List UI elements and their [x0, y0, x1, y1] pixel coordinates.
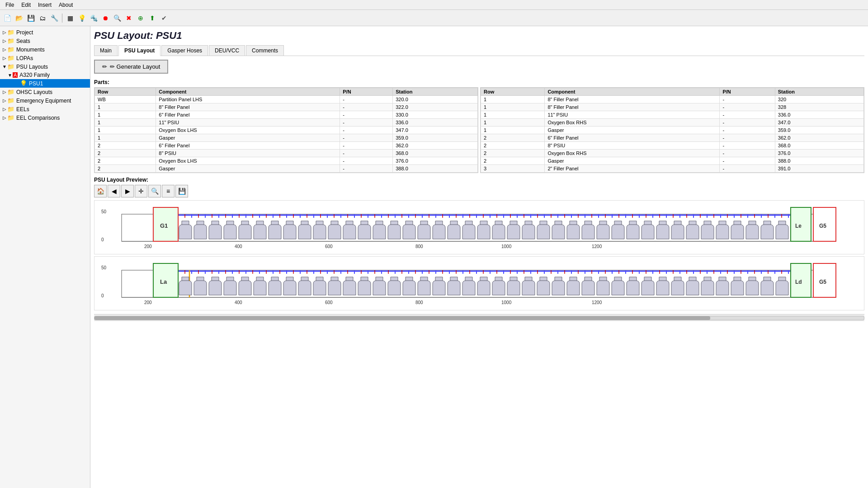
tab-deu-vcc[interactable]: DEU/VCC [209, 45, 245, 56]
toggle-eels[interactable]: ▷ [2, 107, 7, 112]
toolbar-save-all[interactable]: 🗂 [37, 13, 48, 23]
col-row-2: Row [481, 88, 545, 96]
sidebar-label-psu-layouts: PSU Layouts [16, 64, 48, 70]
svg-text:G1: G1 [160, 222, 168, 229]
svg-text:Ld: Ld [795, 279, 802, 285]
table-row[interactable]: 1Oxygen Box LHS-347.0 [95, 127, 478, 134]
tab-comments[interactable]: Comments [246, 45, 284, 56]
sidebar-label-eels: EELs [16, 106, 29, 113]
sidebar-item-eels[interactable]: ▷ 📁 EELs [0, 105, 90, 113]
toolbar-save[interactable]: 💾 [25, 13, 36, 23]
tab-bar: Main PSU Layout Gasper Hoses DEU/VCC Com… [94, 45, 864, 56]
toolbar-build[interactable]: 🔧 [49, 13, 60, 23]
toggle-psu-layouts[interactable]: ▼ [2, 64, 7, 69]
tab-psu-layout[interactable]: PSU Layout [118, 45, 160, 56]
svg-text:1000: 1000 [501, 244, 512, 249]
toggle-project[interactable]: ▷ [2, 30, 7, 35]
sidebar-item-project[interactable]: ▷ 📁 Project [0, 28, 90, 37]
folder-icon-psu: 📁 [7, 63, 14, 70]
sidebar-item-ohsc[interactable]: ▷ 📁 OHSC Layouts [0, 88, 90, 96]
table-row[interactable]: 1Oxygen Box RHS-347.0 [481, 119, 864, 127]
toolbar-record[interactable]: ⏺ [100, 13, 111, 23]
sidebar-item-lopas[interactable]: ▷ 📁 LOPAs [0, 54, 90, 62]
sidebar-label-seats: Seats [16, 38, 30, 44]
preview-move[interactable]: ✛ [135, 185, 147, 197]
table-row[interactable]: 1Gasper-359.0 [95, 134, 478, 142]
sidebar-item-eel-comp[interactable]: ▷ 📁 EEL Comparisons [0, 113, 90, 122]
table-row[interactable]: 26" Filler Panel-362.0 [481, 134, 864, 142]
layout-diagram-2: 50 0 La Ld G5 [94, 256, 864, 310]
preview-zoom[interactable]: 🔍 [148, 185, 161, 197]
folder-icon: 📁 [7, 29, 14, 36]
toolbar-open[interactable]: 📂 [14, 13, 24, 23]
toggle-monuments[interactable]: ▷ [2, 47, 7, 52]
svg-text:800: 800 [415, 244, 423, 249]
svg-text:La: La [160, 278, 167, 285]
toggle-lopas[interactable]: ▷ [2, 56, 7, 61]
preview-label: PSU Layout Preview: [94, 177, 864, 183]
sidebar-item-psu1[interactable]: 💡 PSU1 [0, 79, 90, 88]
table-row[interactable]: WBPartition Panel LHS-320.0 [95, 96, 478, 103]
toggle-a320[interactable]: ▼ [7, 73, 13, 78]
table-row[interactable]: 18" Filler Panel-328 [481, 103, 864, 111]
left-table: Row Component P/N Station WBPartition Pa… [94, 88, 478, 173]
table-row[interactable]: 1Gasper-359.0 [481, 127, 864, 134]
col-pn-2: P/N [720, 88, 775, 96]
svg-text:1000: 1000 [501, 300, 512, 305]
table-row[interactable]: 2Gasper-388.0 [95, 165, 478, 173]
toolbar-add[interactable]: ⊕ [135, 13, 146, 23]
table-row[interactable]: 32" Filler Panel-391.0 [481, 165, 864, 173]
sidebar-item-seats[interactable]: ▷ 📁 Seats [0, 37, 90, 45]
toolbar-new[interactable]: 📄 [2, 13, 13, 23]
toggle-emergency[interactable]: ▷ [2, 98, 7, 103]
sidebar-item-a320[interactable]: ▼ A A320 Family [0, 71, 90, 79]
parts-tables: Row Component P/N Station WBPartition Pa… [94, 87, 864, 173]
toolbar-close-x[interactable]: ✖ [123, 13, 134, 23]
generate-layout-label: ✏ Generate Layout [110, 63, 160, 70]
svg-text:G5: G5 [819, 279, 826, 285]
sidebar-label-ohsc: OHSC Layouts [16, 89, 52, 95]
sidebar-label-project: Project [16, 29, 33, 36]
menu-edit[interactable]: Edit [18, 1, 34, 9]
menu-file[interactable]: File [2, 1, 18, 9]
preview-settings[interactable]: ≡ [162, 185, 175, 197]
toolbar-check[interactable]: ✔ [159, 13, 170, 23]
table-row[interactable]: 26" Filler Panel-362.0 [95, 142, 478, 150]
table-row[interactable]: 28" PSIU-368.0 [481, 142, 864, 150]
table-row[interactable]: 18" Filler Panel-322.0 [95, 103, 478, 111]
toolbar-light[interactable]: 💡 [76, 13, 87, 23]
toolbar-separator-1 [62, 14, 62, 23]
toolbar-zoom[interactable]: 🔍 [112, 13, 123, 23]
folder-icon-lopas: 📁 [7, 55, 14, 61]
toolbar-component[interactable]: 🔩 [88, 13, 99, 23]
table-row[interactable]: 18" Filler Panel-320 [481, 96, 864, 103]
toggle-ohsc[interactable]: ▷ [2, 89, 7, 94]
table-row[interactable]: 2Oxygen Box RHS-376.0 [481, 150, 864, 157]
toolbar-layout[interactable]: ▦ [65, 13, 75, 23]
sidebar-item-psu-layouts[interactable]: ▼ 📁 PSU Layouts [0, 62, 90, 71]
toolbar-arrow-up[interactable]: ⬆ [147, 13, 158, 23]
preview-save[interactable]: 💾 [175, 185, 188, 197]
generate-layout-button[interactable]: ✏ ✏ Generate Layout [94, 60, 168, 74]
table-row[interactable]: 28" PSIU-368.0 [95, 150, 478, 157]
svg-text:Le: Le [795, 223, 802, 229]
preview-home[interactable]: 🏠 [94, 185, 107, 197]
table-row[interactable]: 2Gasper-388.0 [481, 157, 864, 165]
preview-forward[interactable]: ▶ [121, 185, 134, 197]
svg-text:1200: 1200 [592, 244, 602, 249]
toggle-eel-comp[interactable]: ▷ [2, 115, 7, 120]
menu-about[interactable]: About [55, 1, 76, 9]
table-row[interactable]: 111" PSIU-336.0 [481, 111, 864, 119]
sidebar-item-monuments[interactable]: ▷ 📁 Monuments [0, 45, 90, 54]
menu-insert[interactable]: Insert [34, 1, 55, 9]
main-content: PSU Layout: PSU1 Main PSU Layout Gasper … [90, 26, 868, 488]
toggle-seats[interactable]: ▷ [2, 38, 7, 43]
preview-back[interactable]: ◀ [108, 185, 120, 197]
table-row[interactable]: 16" Filler Panel-330.0 [95, 111, 478, 119]
tab-main[interactable]: Main [94, 45, 118, 56]
tab-gasper-hoses[interactable]: Gasper Hoses [161, 45, 208, 56]
table-row[interactable]: 2Oxygen Box LHS-376.0 [95, 157, 478, 165]
table-row[interactable]: 111" PSIU-336.0 [95, 119, 478, 127]
sidebar-item-emergency[interactable]: ▷ 📁 Emergency Equipment [0, 96, 90, 105]
horizontal-scrollbar[interactable] [94, 314, 864, 321]
